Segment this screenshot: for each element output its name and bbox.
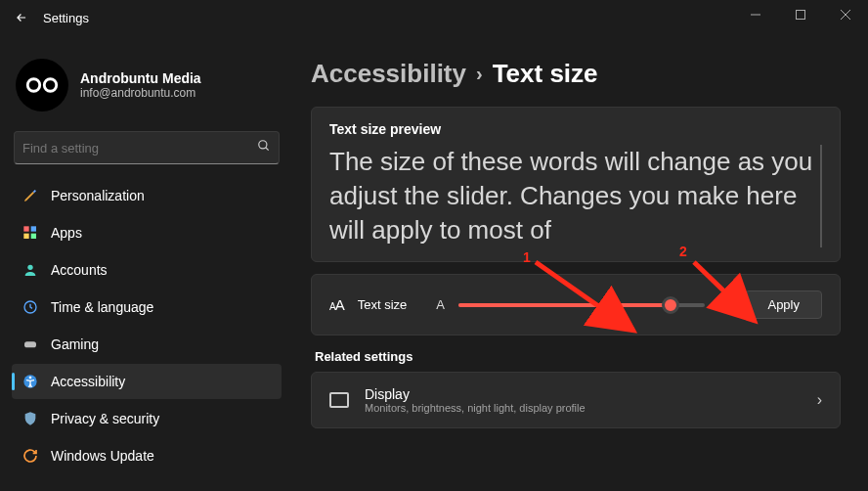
related-display-title: Display: [365, 386, 586, 402]
breadcrumb-current: Text size: [493, 59, 598, 89]
search-input[interactable]: [22, 141, 257, 156]
svg-rect-8: [23, 226, 28, 231]
slider-thumb[interactable]: [662, 296, 679, 314]
sidebar-item-label: Time & language: [51, 299, 153, 315]
profile-name: Androbuntu Media: [80, 70, 201, 86]
apply-button[interactable]: Apply: [745, 290, 822, 319]
breadcrumb-parent[interactable]: Accessibility: [311, 59, 466, 89]
chevron-right-icon: ›: [817, 391, 822, 409]
shield-icon: [22, 410, 39, 427]
sidebar-item-label: Privacy & security: [51, 411, 159, 426]
sidebar: Androbuntu Media info@androbuntu.com Per…: [0, 35, 293, 491]
related-display[interactable]: Display Monitors, brightness, night ligh…: [311, 372, 841, 428]
sidebar-item-label: Accounts: [51, 262, 108, 278]
text-size-icon: AA: [329, 296, 344, 313]
maximize-button[interactable]: [778, 0, 823, 29]
avatar: [16, 59, 68, 112]
sidebar-item-label: Windows Update: [51, 448, 154, 464]
preview-body: The size of these words will change as y…: [329, 145, 822, 247]
search-box[interactable]: [14, 131, 280, 164]
update-icon: [22, 447, 39, 465]
svg-point-5: [44, 79, 56, 91]
related-heading: Related settings: [315, 349, 841, 364]
sidebar-item-personalization[interactable]: Personalization: [12, 178, 282, 213]
slider-min-icon: A: [436, 297, 445, 312]
text-size-label: Text size: [358, 297, 408, 312]
svg-rect-11: [31, 234, 36, 239]
svg-point-12: [27, 265, 32, 270]
related-display-subtitle: Monitors, brightness, night light, displ…: [365, 402, 586, 414]
apps-icon: [22, 224, 39, 242]
breadcrumb: Accessibility › Text size: [311, 59, 841, 89]
text-size-slider[interactable]: [458, 295, 705, 315]
sidebar-item-label: Personalization: [51, 188, 145, 203]
preview-title: Text size preview: [329, 121, 822, 137]
svg-point-16: [29, 377, 32, 379]
sidebar-item-gaming[interactable]: Gaming: [12, 327, 282, 362]
chevron-right-icon: ›: [476, 63, 483, 85]
profile[interactable]: Androbuntu Media info@androbuntu.com: [16, 59, 278, 112]
sidebar-item-privacy[interactable]: Privacy & security: [12, 401, 282, 436]
sidebar-item-accessibility[interactable]: Accessibility: [12, 364, 282, 399]
text-size-card: AA Text size A A Apply: [311, 274, 841, 335]
sidebar-item-windows-update[interactable]: Windows Update: [12, 438, 282, 473]
sidebar-item-time-language[interactable]: Time & language: [12, 290, 282, 325]
person-icon: [22, 261, 39, 279]
slider-max-icon: A: [718, 293, 731, 316]
svg-rect-14: [24, 341, 36, 347]
main-content: Accessibility › Text size Text size prev…: [293, 35, 868, 491]
back-button[interactable]: [8, 4, 35, 31]
sidebar-item-accounts[interactable]: Accounts: [12, 252, 282, 288]
sidebar-item-apps[interactable]: Apps: [12, 215, 282, 250]
minimize-button[interactable]: [733, 0, 778, 29]
gamepad-icon: [22, 335, 39, 353]
display-icon: [329, 392, 349, 408]
svg-rect-10: [23, 234, 28, 239]
svg-rect-1: [797, 11, 805, 20]
close-button[interactable]: [823, 0, 868, 29]
sidebar-item-label: Apps: [51, 225, 82, 241]
window-title: Settings: [43, 11, 89, 25]
sidebar-item-label: Accessibility: [51, 374, 125, 389]
accessibility-icon: [22, 373, 39, 390]
svg-line-7: [266, 148, 269, 151]
profile-email: info@androbuntu.com: [80, 86, 201, 100]
globe-clock-icon: [22, 298, 39, 316]
brush-icon: [22, 187, 39, 204]
preview-card: Text size preview The size of these word…: [311, 107, 841, 262]
search-icon: [257, 139, 271, 156]
svg-rect-9: [31, 226, 36, 231]
svg-point-4: [27, 79, 39, 91]
sidebar-item-label: Gaming: [51, 336, 99, 352]
svg-point-6: [259, 141, 267, 149]
